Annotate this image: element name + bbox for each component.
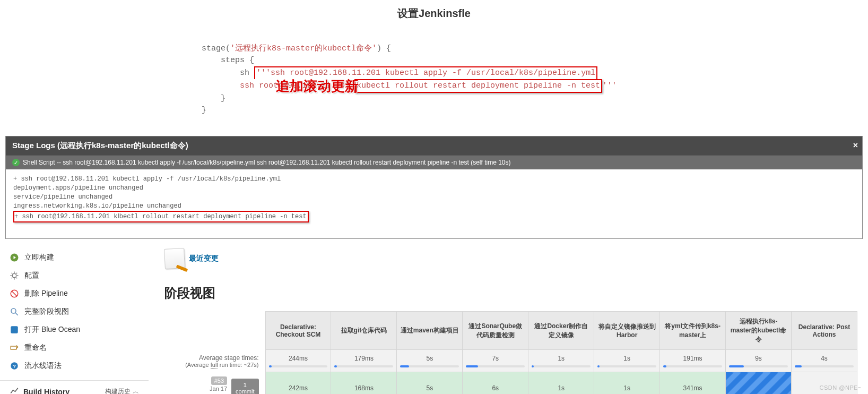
jenkins-main: 立即构建 配置 删除 Pipeline 完整阶段视图 打开 Blue Ocean… [0,245,868,394]
avg-cell: 7s [463,350,528,372]
main-content: 最近变更 阶段视图 Declarative: Checkout SCM 拉取gi… [149,245,868,394]
avg-value: 179ms [354,355,374,362]
help-icon: ? [10,361,19,371]
blue-ocean-icon [10,325,19,335]
stage-view-title: 阶段视图 [164,285,857,302]
build-number: #53 [211,376,227,385]
highlighted-command: kubectl rollout restart deployment pipel… [354,79,602,93]
stage-cell[interactable]: 5s [397,372,463,395]
avg-value: 191ms [683,355,702,362]
stage-header: Declarative: Post Actions [792,312,857,350]
stage-header: 将自定义镜像推送到Harbor [594,312,660,350]
stage-logs-title: Stage Logs (远程执行k8s-master的kubectl命令) [12,141,188,150]
avg-value: 7s [492,355,499,362]
avg-cell: 179ms [331,350,397,372]
shell-script-label: Shell Script -- ssh root@192.168.11.201 … [23,159,511,166]
code-string: '远程执行k8s-master的kubectl命令' [230,44,377,53]
stage-logs-header: Stage Logs (远程执行k8s-master的kubectl命令) × [6,136,862,155]
average-label: Average stage times: [168,354,259,362]
sidebar-item-full-stage-view[interactable]: 完整阶段视图 [0,303,149,321]
trend-icon [10,386,19,394]
code-text: ) { [377,44,391,53]
empty-header [164,312,265,350]
build-info-cell[interactable]: #53 Jan 1723:38 1commit [164,372,265,395]
stage-logs-panel: Stage Logs (远程执行k8s-master的kubectl命令) × … [5,136,863,239]
jenkinsfile-code: stage('远程执行k8s-master的kubectl命令') { step… [0,31,868,136]
sidebar-item-blue-ocean[interactable]: 打开 Blue Ocean [0,321,149,339]
stage-header-row: Declarative: Checkout SCM 拉取git仓库代码 通过ma… [164,312,857,350]
progress-bar [663,365,722,367]
average-row: Average stage times: (Average full run t… [164,350,857,372]
sidebar-label: 完整阶段视图 [24,307,69,316]
progress-bar [729,365,788,367]
stage-cell[interactable]: 341ms [660,372,726,395]
log-line: deployment.apps/pipeline unchanged [13,184,143,192]
notepad-icon [164,248,185,269]
magnifier-icon [10,307,19,316]
progress-bar [532,365,591,367]
recent-changes[interactable]: 最近变更 [164,249,857,269]
average-sublabel: (Average full run time: ~27s) [168,362,259,368]
sidebar-item-pipeline-syntax[interactable]: ? 流水线语法 [0,357,149,375]
sidebar: 立即构建 配置 删除 Pipeline 完整阶段视图 打开 Blue Ocean… [0,245,149,394]
delete-icon [10,289,19,298]
watermark: CSDN @NPE~ [820,384,862,391]
progress-bar [466,365,525,367]
build-date: Jan 17 [210,386,227,392]
log-line-text: + ssh root@192.168.11.201 kIbectl rollou… [14,213,307,220]
stage-cell[interactable]: 1s [528,372,594,395]
stage-cell[interactable]: 242ms [265,372,331,395]
recent-changes-link[interactable]: 最近变更 [189,254,219,263]
sidebar-label: 配置 [24,271,39,280]
stage-header: 通过SonarQube做代码质量检测 [463,312,528,350]
average-label-cell: Average stage times: (Average full run t… [164,350,265,372]
svg-rect-7 [11,346,16,349]
build-history-header[interactable]: Build History 构建历史 ︿ [0,380,149,394]
chevron-up-icon[interactable]: ︿ [133,387,139,394]
sidebar-item-configure[interactable]: 配置 [0,267,149,285]
build-history-label: Build History [23,388,70,395]
code-text: sh [202,68,254,78]
stage-header: Declarative: Checkout SCM [265,312,331,350]
sidebar-item-rename[interactable]: 重命名 [0,339,149,357]
stage-cell[interactable]: 1s [594,372,660,395]
play-icon [10,253,19,262]
progress-bar [334,365,393,367]
sidebar-label: 打开 Blue Ocean [24,325,80,335]
page-title: 设置Jenkinsfle [0,0,868,31]
avg-cell: 1s [528,350,594,372]
stage-header: 通过maven构建项目 [397,312,463,350]
close-icon[interactable]: × [853,141,858,150]
stage-header: 将yml文件传到k8s-master上 [660,312,726,350]
progress-bar [400,365,459,367]
sidebar-item-delete-pipeline[interactable]: 删除 Pipeline [0,285,149,303]
avg-cell: 1s [594,350,660,372]
build-row[interactable]: #53 Jan 1723:38 1commit 242ms 168ms 5s 6… [164,372,857,395]
shell-script-row[interactable]: ✓ Shell Script -- ssh root@192.168.11.20… [6,155,862,169]
stage-header: 拉取git仓库代码 [331,312,397,350]
highlighted-log-line: + ssh root@192.168.11.201 kIbectl rollou… [13,211,309,222]
stage-cell[interactable]: 6s [463,372,528,395]
code-text: steps { [202,56,254,65]
text-cursor-icon: I [117,212,119,221]
stage-cell[interactable]: 168ms [331,372,397,395]
svg-line-5 [15,313,18,315]
avg-cell: 4s [792,350,857,372]
stage-header: 远程执行k8s-master的kubectl命令 [726,312,792,350]
progress-bar [269,365,328,367]
avg-value: 1s [623,355,630,362]
code-text: } [202,94,225,103]
stage-cell-running[interactable] [726,372,792,395]
svg-line-3 [12,292,17,296]
svg-text:?: ? [13,363,16,369]
sidebar-item-build-now[interactable]: 立即构建 [0,249,149,267]
log-output: + ssh root@192.168.11.201 kubectl apply … [6,169,862,238]
full-tooltip[interactable]: full [211,362,218,369]
code-text: } [202,106,206,115]
log-line: ingress.networking.k8s.io/pipeline uncha… [13,202,181,210]
avg-value: 5s [427,355,433,362]
svg-point-1 [12,273,16,278]
avg-cell: 9s [726,350,792,372]
sidebar-label: 删除 Pipeline [24,289,68,298]
svg-point-4 [11,309,16,313]
